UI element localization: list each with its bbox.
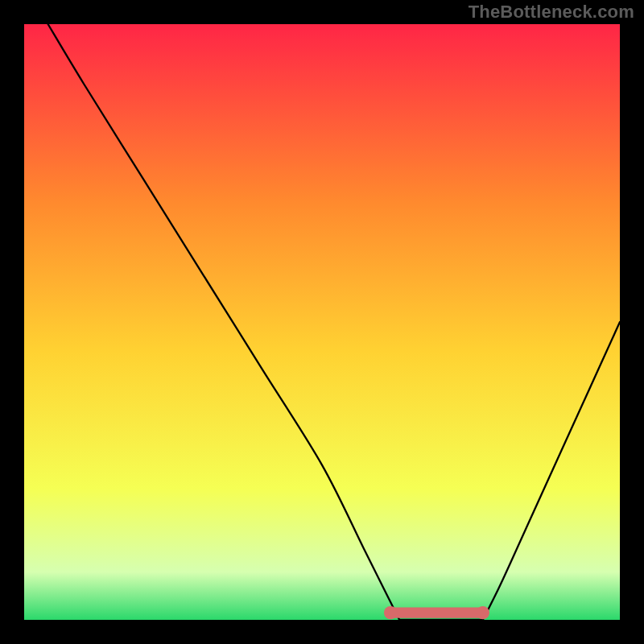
watermark-label: TheBottleneck.com bbox=[469, 2, 634, 23]
ideal-range-marker bbox=[384, 606, 489, 619]
plot-svg bbox=[24, 24, 620, 620]
gradient-background bbox=[24, 24, 620, 620]
svg-point-1 bbox=[384, 606, 397, 619]
plot-area bbox=[24, 24, 620, 620]
chart-frame: TheBottleneck.com bbox=[0, 0, 644, 644]
svg-point-2 bbox=[477, 606, 489, 619]
